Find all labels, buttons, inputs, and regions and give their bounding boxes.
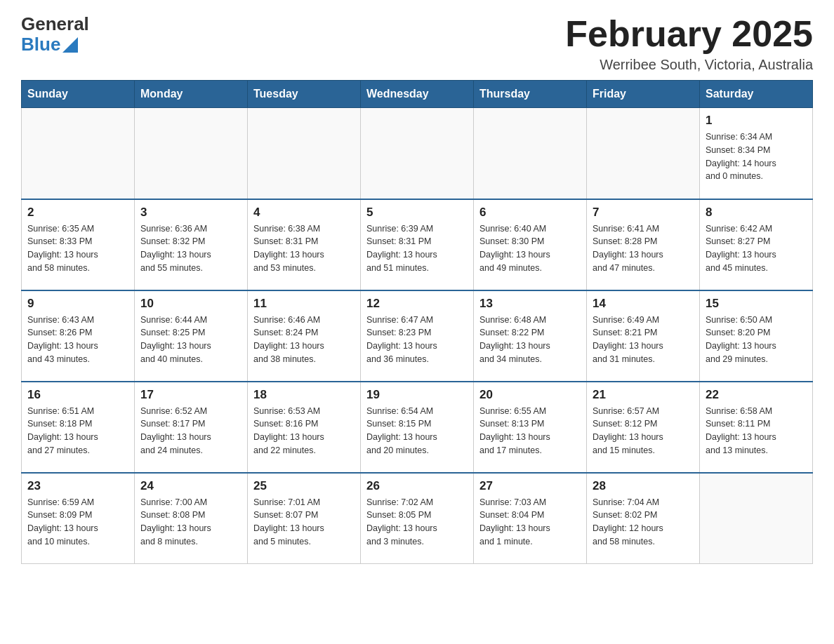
calendar-cell <box>248 108 361 199</box>
day-header-sunday: Sunday <box>22 81 135 108</box>
day-info: Sunrise: 7:01 AM Sunset: 8:07 PM Dayligh… <box>253 496 355 549</box>
calendar-cell <box>22 108 135 199</box>
day-number: 16 <box>27 388 128 402</box>
calendar-cell: 27Sunrise: 7:03 AM Sunset: 8:04 PM Dayli… <box>474 473 587 564</box>
calendar-cell: 6Sunrise: 6:40 AM Sunset: 8:30 PM Daylig… <box>474 199 587 290</box>
day-number: 19 <box>366 388 468 402</box>
day-info: Sunrise: 6:46 AM Sunset: 8:24 PM Dayligh… <box>253 314 355 366</box>
calendar-cell: 5Sunrise: 6:39 AM Sunset: 8:31 PM Daylig… <box>361 199 474 290</box>
day-info: Sunrise: 7:00 AM Sunset: 8:08 PM Dayligh… <box>140 496 241 549</box>
day-number: 23 <box>27 479 128 493</box>
calendar-cell <box>361 108 474 199</box>
calendar-cell: 18Sunrise: 6:53 AM Sunset: 8:16 PM Dayli… <box>248 382 361 473</box>
day-info: Sunrise: 6:34 AM Sunset: 8:34 PM Dayligh… <box>706 130 807 183</box>
calendar-week-row: 9Sunrise: 6:43 AM Sunset: 8:26 PM Daylig… <box>22 290 813 382</box>
day-header-saturday: Saturday <box>700 81 813 108</box>
calendar-cell: 23Sunrise: 6:59 AM Sunset: 8:09 PM Dayli… <box>22 473 135 564</box>
calendar-cell <box>474 108 587 199</box>
day-number: 20 <box>479 388 581 402</box>
day-number: 14 <box>593 297 694 311</box>
day-number: 5 <box>366 206 468 220</box>
calendar-cell: 21Sunrise: 6:57 AM Sunset: 8:12 PM Dayli… <box>587 382 700 473</box>
calendar-cell: 22Sunrise: 6:58 AM Sunset: 8:11 PM Dayli… <box>700 382 813 473</box>
title-section: February 2025 Werribee South, Victoria, … <box>565 14 813 73</box>
day-number: 8 <box>706 206 807 220</box>
day-info: Sunrise: 6:40 AM Sunset: 8:30 PM Dayligh… <box>479 222 581 275</box>
calendar-cell: 20Sunrise: 6:55 AM Sunset: 8:13 PM Dayli… <box>474 382 587 473</box>
day-number: 4 <box>253 206 355 220</box>
calendar-cell: 10Sunrise: 6:44 AM Sunset: 8:25 PM Dayli… <box>135 290 248 382</box>
day-header-thursday: Thursday <box>474 81 587 108</box>
day-info: Sunrise: 6:44 AM Sunset: 8:25 PM Dayligh… <box>140 314 241 366</box>
day-info: Sunrise: 6:52 AM Sunset: 8:17 PM Dayligh… <box>140 405 241 457</box>
day-number: 26 <box>366 479 468 493</box>
page-header: General Blue February 2025 Werribee Sout… <box>21 14 813 73</box>
day-info: Sunrise: 6:51 AM Sunset: 8:18 PM Dayligh… <box>27 405 128 457</box>
day-info: Sunrise: 6:38 AM Sunset: 8:31 PM Dayligh… <box>253 222 355 275</box>
calendar-cell: 19Sunrise: 6:54 AM Sunset: 8:15 PM Dayli… <box>361 382 474 473</box>
calendar-header-row: SundayMondayTuesdayWednesdayThursdayFrid… <box>22 81 813 108</box>
day-info: Sunrise: 6:49 AM Sunset: 8:21 PM Dayligh… <box>593 314 694 366</box>
day-info: Sunrise: 6:57 AM Sunset: 8:12 PM Dayligh… <box>593 405 694 457</box>
calendar-cell: 3Sunrise: 6:36 AM Sunset: 8:32 PM Daylig… <box>135 199 248 290</box>
calendar-cell: 8Sunrise: 6:42 AM Sunset: 8:27 PM Daylig… <box>700 199 813 290</box>
day-number: 10 <box>140 297 241 311</box>
calendar-cell: 26Sunrise: 7:02 AM Sunset: 8:05 PM Dayli… <box>361 473 474 564</box>
logo-general-text: General <box>21 14 89 34</box>
day-number: 3 <box>140 206 241 220</box>
day-number: 12 <box>366 297 468 311</box>
month-title: February 2025 <box>565 14 813 54</box>
day-number: 7 <box>593 206 694 220</box>
day-info: Sunrise: 6:48 AM Sunset: 8:22 PM Dayligh… <box>479 314 581 366</box>
calendar-cell: 12Sunrise: 6:47 AM Sunset: 8:23 PM Dayli… <box>361 290 474 382</box>
day-number: 1 <box>706 114 807 128</box>
calendar-cell: 4Sunrise: 6:38 AM Sunset: 8:31 PM Daylig… <box>248 199 361 290</box>
location-subtitle: Werribee South, Victoria, Australia <box>565 57 813 73</box>
day-info: Sunrise: 7:02 AM Sunset: 8:05 PM Dayligh… <box>366 496 468 549</box>
day-number: 21 <box>593 388 694 402</box>
calendar-cell: 1Sunrise: 6:34 AM Sunset: 8:34 PM Daylig… <box>700 108 813 199</box>
svg-marker-0 <box>62 37 78 53</box>
day-info: Sunrise: 6:58 AM Sunset: 8:11 PM Dayligh… <box>706 405 807 457</box>
calendar-cell: 11Sunrise: 6:46 AM Sunset: 8:24 PM Dayli… <box>248 290 361 382</box>
day-number: 28 <box>593 479 694 493</box>
calendar-cell: 14Sunrise: 6:49 AM Sunset: 8:21 PM Dayli… <box>587 290 700 382</box>
day-info: Sunrise: 6:35 AM Sunset: 8:33 PM Dayligh… <box>27 222 128 275</box>
calendar-cell: 7Sunrise: 6:41 AM Sunset: 8:28 PM Daylig… <box>587 199 700 290</box>
calendar-week-row: 16Sunrise: 6:51 AM Sunset: 8:18 PM Dayli… <box>22 382 813 473</box>
calendar-cell <box>587 108 700 199</box>
day-number: 17 <box>140 388 241 402</box>
day-header-monday: Monday <box>135 81 248 108</box>
calendar-week-row: 23Sunrise: 6:59 AM Sunset: 8:09 PM Dayli… <box>22 473 813 564</box>
day-info: Sunrise: 7:04 AM Sunset: 8:02 PM Dayligh… <box>593 496 694 549</box>
day-info: Sunrise: 6:41 AM Sunset: 8:28 PM Dayligh… <box>593 222 694 275</box>
day-info: Sunrise: 6:39 AM Sunset: 8:31 PM Dayligh… <box>366 222 468 275</box>
calendar-cell: 28Sunrise: 7:04 AM Sunset: 8:02 PM Dayli… <box>587 473 700 564</box>
logo: General Blue <box>21 14 89 54</box>
day-info: Sunrise: 7:03 AM Sunset: 8:04 PM Dayligh… <box>479 496 581 549</box>
calendar-cell: 16Sunrise: 6:51 AM Sunset: 8:18 PM Dayli… <box>22 382 135 473</box>
day-number: 9 <box>27 297 128 311</box>
day-number: 13 <box>479 297 581 311</box>
day-number: 6 <box>479 206 581 220</box>
logo-triangle-icon <box>62 37 78 53</box>
day-info: Sunrise: 6:50 AM Sunset: 8:20 PM Dayligh… <box>706 314 807 366</box>
day-info: Sunrise: 6:55 AM Sunset: 8:13 PM Dayligh… <box>479 405 581 457</box>
day-info: Sunrise: 6:42 AM Sunset: 8:27 PM Dayligh… <box>706 222 807 275</box>
day-number: 27 <box>479 479 581 493</box>
day-number: 18 <box>253 388 355 402</box>
calendar-cell: 2Sunrise: 6:35 AM Sunset: 8:33 PM Daylig… <box>22 199 135 290</box>
day-number: 15 <box>706 297 807 311</box>
calendar-cell: 24Sunrise: 7:00 AM Sunset: 8:08 PM Dayli… <box>135 473 248 564</box>
day-header-wednesday: Wednesday <box>361 81 474 108</box>
day-info: Sunrise: 6:47 AM Sunset: 8:23 PM Dayligh… <box>366 314 468 366</box>
day-header-tuesday: Tuesday <box>248 81 361 108</box>
calendar-cell: 9Sunrise: 6:43 AM Sunset: 8:26 PM Daylig… <box>22 290 135 382</box>
calendar-cell <box>135 108 248 199</box>
day-info: Sunrise: 6:43 AM Sunset: 8:26 PM Dayligh… <box>27 314 128 366</box>
day-number: 2 <box>27 206 128 220</box>
logo-blue-text: Blue <box>21 34 60 55</box>
day-number: 24 <box>140 479 241 493</box>
day-info: Sunrise: 6:54 AM Sunset: 8:15 PM Dayligh… <box>366 405 468 457</box>
calendar-cell: 25Sunrise: 7:01 AM Sunset: 8:07 PM Dayli… <box>248 473 361 564</box>
